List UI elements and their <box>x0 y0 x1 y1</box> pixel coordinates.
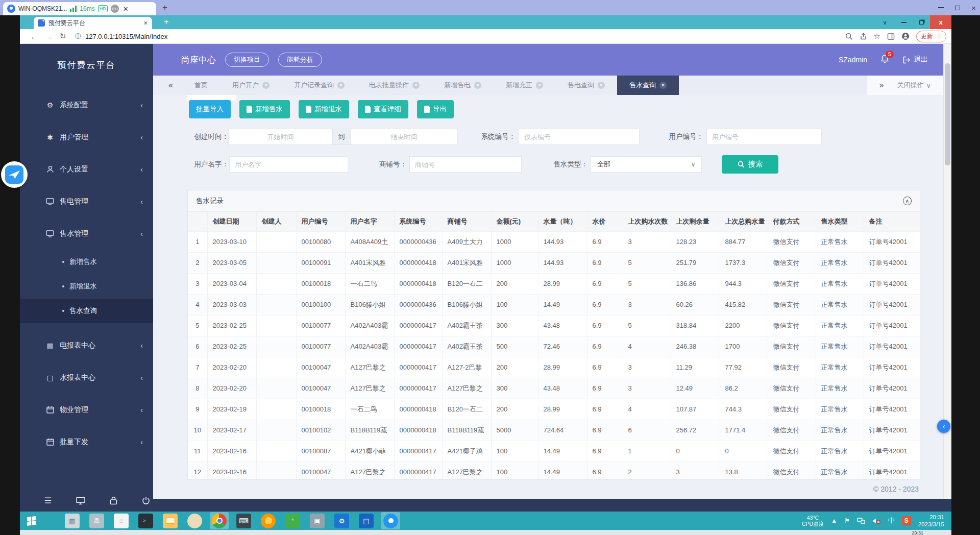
hamburger-menu-icon[interactable]: ☰ <box>42 496 54 505</box>
action-button-导出[interactable]: 导出 <box>417 100 454 118</box>
sidebar-item-9[interactable]: 批量下发‹ <box>20 426 153 458</box>
tab-售电查询[interactable]: 售电查询✕ <box>555 76 617 95</box>
tab-售水查询[interactable]: 售水查询✕ <box>617 76 679 95</box>
system-no-input[interactable] <box>519 129 640 145</box>
sidebar-item-4[interactable]: 售电管理‹ <box>20 185 153 217</box>
action-button-新增退水[interactable]: 新增退水 <box>299 100 349 118</box>
tab-开户记录查询[interactable]: 开户记录查询✕ <box>282 76 357 95</box>
site-info-icon[interactable]: ⓘ <box>75 32 81 41</box>
tab-close-icon[interactable]: ✕ <box>659 82 667 89</box>
profile-avatar[interactable] <box>901 32 910 40</box>
taskbar-app-window[interactable]: ▣ <box>308 512 327 529</box>
lock-icon[interactable] <box>108 496 119 505</box>
taskbar-app-chrome-beige[interactable] <box>185 512 204 529</box>
power-icon[interactable] <box>140 496 152 505</box>
close-operations-menu[interactable]: 关闭操作∨ <box>897 81 931 90</box>
table-row[interactable]: 12023-03-1000100080A408A409土0000000436A4… <box>188 231 920 252</box>
energy-analysis-button[interactable]: 能耗分析 <box>278 53 322 67</box>
tab-首页[interactable]: 首页 <box>182 76 220 95</box>
sidebar-item-1[interactable]: ⚙系统配置‹ <box>20 89 153 121</box>
session-close-icon[interactable]: ✕ <box>123 5 129 13</box>
taskbar-app-firefox[interactable] <box>259 512 278 529</box>
menu-dots-icon[interactable]: ⋮ <box>936 33 942 40</box>
network-icon[interactable] <box>857 518 865 524</box>
search-button[interactable]: 搜索 <box>722 155 778 174</box>
remote-floating-ball[interactable] <box>1 161 28 188</box>
scrollbar-thumb[interactable] <box>945 63 950 165</box>
start-button[interactable] <box>20 512 42 530</box>
window-minimize-button[interactable] <box>895 15 913 29</box>
collapse-panel-icon[interactable]: ∧ <box>903 197 912 205</box>
table-row[interactable]: 52023-02-2500100077A402A403霸0000000417A4… <box>188 315 920 336</box>
remote-session-tab[interactable]: WIN-OQMSK21... 16ms HD RU ✕ <box>3 2 156 15</box>
taskbar-clock[interactable]: 20:312023/3/15 <box>918 514 944 528</box>
sidebar-item-7[interactable]: ▢水报表中心‹ <box>20 361 153 394</box>
sidebar-item-8[interactable]: 物业管理‹ <box>20 394 153 426</box>
browser-tab-close-icon[interactable]: ✕ <box>143 20 148 27</box>
browser-tab[interactable]: 预付费云平台 ✕ <box>34 17 152 29</box>
back-button[interactable]: ← <box>27 32 41 41</box>
table-row[interactable]: 92023-02-1900100018一石二鸟0000000418B120一石二… <box>188 399 920 420</box>
forward-button[interactable]: → <box>41 32 56 41</box>
viewer-maximize-button[interactable] <box>955 6 960 10</box>
sidebar-subitem-新增售水[interactable]: 新增售水 <box>20 250 153 274</box>
taskbar-app-wechat[interactable]: “ <box>283 512 302 529</box>
end-time-input[interactable] <box>350 129 458 145</box>
side-panel-icon[interactable] <box>887 33 895 40</box>
taskbar-app-keyboard[interactable]: ⌨ <box>234 512 253 529</box>
taskbar-app-gear[interactable]: ⚙ <box>332 512 351 529</box>
user-name-input[interactable] <box>229 156 348 173</box>
action-button-批量导入[interactable]: 批量导入 <box>189 100 231 118</box>
chevron-down-icon[interactable]: ∨ <box>883 19 887 26</box>
flag-icon[interactable]: ⚑ <box>844 517 850 524</box>
volume-muted-icon[interactable] <box>872 518 881 524</box>
table-row[interactable]: 102023-02-1700100102B118B119蔬0000000418B… <box>188 420 920 441</box>
table-row[interactable]: 32023-03-0400100018一石二鸟0000000418B120一石二… <box>188 273 920 294</box>
table-row[interactable]: 42023-03-0300100100B106滕小姐0000000436B106… <box>188 294 920 315</box>
tab-用户开户[interactable]: 用户开户✕ <box>220 76 282 95</box>
browser-new-tab-button[interactable]: + <box>164 17 168 27</box>
shop-no-input[interactable] <box>409 156 522 173</box>
user-no-input[interactable] <box>706 129 822 145</box>
tab-close-icon[interactable]: ✕ <box>598 82 605 89</box>
table-row[interactable]: 72023-02-2000100047A127巴黎之0000000417A127… <box>188 357 920 378</box>
viewer-close-button[interactable]: × <box>971 4 976 12</box>
table-row[interactable]: 82023-02-2000100047A127巴黎之0000000417A127… <box>188 378 920 399</box>
taskbar-app-printer[interactable]: 🖶 <box>87 512 106 529</box>
sidebar-item-5[interactable]: 售水管理‹ <box>20 217 153 250</box>
tabs-scroll-left-icon[interactable]: « <box>168 81 173 90</box>
viewer-minimize-button[interactable] <box>938 7 944 8</box>
monitor-icon[interactable] <box>75 497 86 505</box>
tab-close-icon[interactable]: ✕ <box>337 82 345 89</box>
table-row[interactable]: 122023-02-1600100047A127巴黎之0000000417A12… <box>188 461 920 480</box>
tab-close-icon[interactable]: ✕ <box>412 82 420 89</box>
tray-expand-icon[interactable]: ▲ <box>831 517 837 524</box>
reload-button[interactable]: ↻ <box>56 32 70 41</box>
switch-project-button[interactable]: 切换项目 <box>225 53 269 67</box>
taskbar-app-folder[interactable] <box>161 512 180 529</box>
action-button-查看详细[interactable]: 查看详细 <box>358 100 408 118</box>
new-session-button[interactable]: + <box>162 3 167 13</box>
tab-close-icon[interactable]: ✕ <box>536 82 543 89</box>
tab-close-icon[interactable]: ✕ <box>262 82 270 89</box>
table-row[interactable]: 62023-02-2500100077A402A403霸0000000417A4… <box>188 336 920 357</box>
cpu-temp-widget[interactable]: 43℃CPU温度 <box>802 515 824 527</box>
action-button-新增售水[interactable]: 新增售水 <box>239 100 290 118</box>
viewer-side-handle[interactable]: ‹ <box>937 420 950 433</box>
tab-电表批量操作[interactable]: 电表批量操作✕ <box>357 76 432 95</box>
taskbar-app-chrome[interactable] <box>210 512 229 529</box>
tab-新增充正[interactable]: 新增充正✕ <box>494 76 555 95</box>
sidebar-item-6[interactable]: ▦电报表中心‹ <box>20 329 153 361</box>
taskbar-app-notepad[interactable]: ≡ <box>112 512 131 529</box>
zoom-icon[interactable] <box>845 33 853 40</box>
window-close-button[interactable]: x <box>930 15 951 29</box>
start-time-input[interactable] <box>228 129 333 145</box>
table-row[interactable]: 112023-02-1600100087A421椰小菲0000000417A42… <box>188 441 920 461</box>
tabs-scroll-right-icon[interactable]: » <box>879 81 884 90</box>
sidebar-subitem-售水查询[interactable]: 售水查询 <box>20 299 153 323</box>
sidebar-subitem-新增退水[interactable]: 新增退水 <box>20 274 153 299</box>
browser-update-button[interactable]: 更新 ⋮ <box>916 31 946 42</box>
sidebar-item-3[interactable]: 个人设置‹ <box>20 153 153 185</box>
tab-close-icon[interactable]: ✕ <box>474 82 481 89</box>
table-row[interactable]: 22023-03-0500100091A401宋风雅0000000418A401… <box>188 252 920 273</box>
